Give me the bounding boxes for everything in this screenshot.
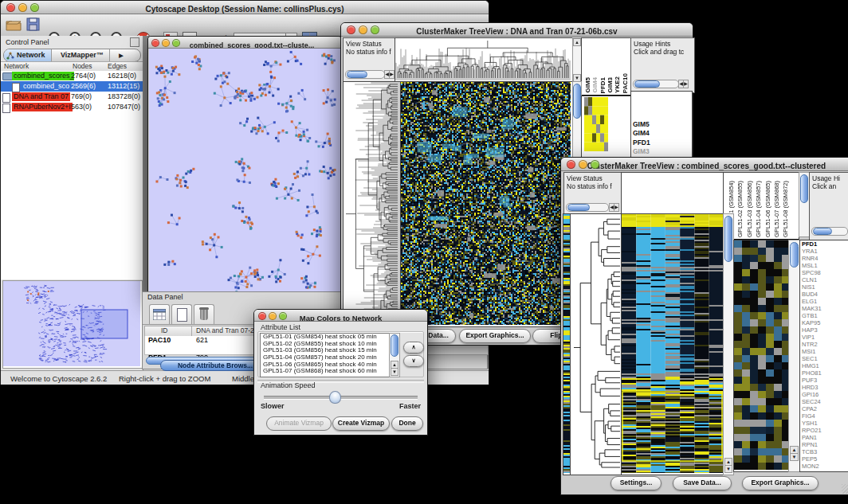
tv1-col-label[interactable]: YKE2 — [614, 76, 621, 93]
gene-label[interactable]: YRA1 — [800, 248, 848, 255]
gene-label[interactable]: SEC1 — [800, 355, 848, 362]
gene-label[interactable]: MON2 — [800, 463, 848, 470]
save-icon[interactable] — [26, 18, 40, 31]
tv1-status-hscroll[interactable] — [345, 70, 385, 79]
minimize-icon[interactable] — [18, 3, 27, 12]
minimize-icon[interactable] — [269, 312, 277, 320]
tab-vizmapper[interactable]: VizMapper™ — [55, 49, 110, 61]
network-list-row[interactable]: combined_sco2569(6)13112(15) — [1, 81, 143, 92]
zoom-window-icon[interactable] — [371, 25, 379, 34]
done-button[interactable]: Done — [391, 416, 423, 431]
float-panel-icon[interactable] — [130, 37, 139, 47]
new-attribute-icon[interactable] — [171, 304, 192, 325]
gene-label[interactable]: VIP1 — [800, 334, 848, 341]
save-data-button[interactable]: Save Data... — [673, 476, 732, 490]
map-dialog-titlebar[interactable]: Map Colors to Network — [254, 310, 427, 322]
move-up-button[interactable]: ∧ — [403, 342, 424, 354]
close-icon[interactable] — [6, 3, 15, 12]
tv1-col-label[interactable]: PAC10 — [622, 73, 629, 93]
tv2-row-dendrogram[interactable] — [570, 213, 624, 475]
tv1-row-label[interactable]: GIM3 — [633, 147, 650, 155]
gene-label[interactable]: RPN1 — [800, 441, 848, 448]
delete-table-icon[interactable] — [149, 304, 170, 325]
resize-grip[interactable] — [842, 484, 848, 494]
scroll-right-icon[interactable]: ▶ — [389, 70, 395, 79]
gene-label[interactable]: CPA2 — [800, 405, 848, 412]
tv1-row-label[interactable]: GIM5 — [633, 120, 650, 128]
attribute-list-vscroll[interactable]: ▲ ▼ — [389, 333, 400, 377]
network-view-1-canvas[interactable] — [149, 49, 340, 296]
tv2-heatmap[interactable] — [621, 213, 726, 475]
gene-label[interactable]: PEP5 — [800, 455, 848, 463]
gene-label[interactable]: HAP3 — [800, 326, 848, 334]
tv1-row-dendrogram[interactable] — [343, 81, 402, 327]
close-icon[interactable] — [347, 25, 355, 34]
attribute-list-item[interactable]: GPL51-07 (GSM868) heat shock 60 min — [261, 368, 390, 375]
tv2-col-label[interactable]: GPL51-06 (GSM865) — [764, 181, 771, 237]
zoom-window-icon[interactable] — [172, 39, 180, 47]
tv2-col-label[interactable]: GPL51-02 (GSM855) — [736, 181, 744, 237]
network-window-1-titlebar[interactable]: combined_scores_good.txt--cluste... — [148, 37, 341, 49]
tv1-row-label[interactable]: PFD1 — [633, 139, 650, 147]
network-list-row[interactable]: DNA and Tran 07769(0)183728(0) — [1, 92, 143, 102]
scroll-right-icon[interactable]: ▶ — [683, 80, 689, 88]
tv2-status-hscroll[interactable] — [566, 203, 609, 212]
gene-label[interactable]: HRD3 — [800, 384, 848, 391]
scroll-up-icon[interactable]: ▲ — [573, 38, 581, 46]
tv1-usage-hscroll[interactable] — [633, 80, 679, 88]
tv2-labels-vscroll[interactable] — [799, 172, 810, 237]
gene-label[interactable]: BUD4 — [800, 291, 848, 298]
minimize-icon[interactable] — [359, 25, 367, 34]
minimize-icon[interactable] — [162, 39, 170, 47]
tv2-zoom-heatmap[interactable] — [733, 240, 792, 472]
export-graphics-button[interactable]: Export Graphics... — [742, 476, 819, 490]
trash-icon[interactable] — [194, 304, 214, 325]
settings-button[interactable]: Settings... — [610, 476, 662, 490]
gene-label[interactable]: RPO21 — [800, 427, 848, 434]
close-icon[interactable] — [567, 160, 575, 169]
gene-label[interactable]: SPC98 — [800, 269, 848, 276]
tab-overflow-arrow[interactable]: ▶ — [113, 49, 128, 61]
tv2-col-label[interactable]: GPL51-07 (GSM868) — [773, 181, 780, 237]
gene-label[interactable]: RNR4 — [800, 255, 848, 262]
tv2-zoom-vscroll[interactable]: ▲ ▼ — [788, 240, 800, 472]
gene-label[interactable]: PHO81 — [800, 369, 848, 377]
gene-label[interactable]: PFD1 — [800, 240, 848, 248]
network-overview[interactable] — [2, 280, 143, 369]
scroll-down-icon[interactable]: ▼ — [790, 453, 799, 461]
tv1-column-dendrogram[interactable] — [395, 37, 573, 83]
network-list-row[interactable]: RNAPuberNov2+I563(0)107847(0) — [1, 102, 143, 112]
gene-label[interactable]: NIS1 — [800, 283, 848, 291]
create-vizmap-button[interactable]: Create Vizmap — [332, 416, 390, 431]
tv1-row-label[interactable]: GIM4 — [633, 129, 650, 137]
treeview1-titlebar[interactable]: ClusterMaker TreeView : DNA and Tran 07-… — [341, 23, 693, 37]
zoom-window-icon[interactable] — [30, 3, 39, 12]
tv2-usage-hscroll[interactable] — [811, 227, 848, 236]
gene-label[interactable]: NTR2 — [800, 341, 848, 348]
gene-label[interactable]: YSH1 — [800, 420, 848, 427]
tab-network[interactable]: Network — [4, 49, 52, 61]
gene-label[interactable]: GTB1 — [800, 312, 848, 319]
gene-label[interactable]: TCB3 — [800, 448, 848, 455]
gene-label[interactable]: FIG4 — [800, 412, 848, 420]
zoom-window-icon[interactable] — [591, 160, 599, 169]
zoom-window-icon[interactable] — [279, 312, 287, 320]
scroll-right-icon[interactable]: ▶ — [614, 203, 619, 212]
close-icon[interactable] — [151, 39, 159, 47]
network-overview-canvas[interactable] — [3, 281, 140, 366]
treeview2-titlebar[interactable]: ClusterMaker TreeView : combined_scores_… — [561, 158, 848, 171]
tv2-col-label[interactable]: GPL51-08 (GSM872) — [782, 181, 789, 237]
gene-label[interactable]: MSL1 — [800, 262, 848, 269]
main-titlebar[interactable]: Cytoscape Desktop (Session Name: collins… — [1, 1, 489, 14]
gene-label[interactable]: ELG1 — [800, 298, 848, 305]
gene-label[interactable]: MSI1 — [800, 348, 848, 355]
tv1-col-label[interactable]: GIM5 — [584, 77, 591, 93]
close-icon[interactable] — [258, 312, 266, 320]
network-list-row[interactable]: combined_scores_2764(0)16218(0) — [1, 71, 143, 81]
export-graphics-button[interactable]: Export Graphics... — [459, 329, 531, 343]
animate-vizmap-button[interactable]: Animate Vizmap — [266, 416, 332, 431]
window-controls[interactable] — [6, 3, 39, 12]
gene-label[interactable]: MAK31 — [800, 305, 848, 312]
gene-label[interactable]: HMG1 — [800, 362, 848, 369]
scroll-down-icon[interactable]: ▼ — [391, 368, 398, 376]
